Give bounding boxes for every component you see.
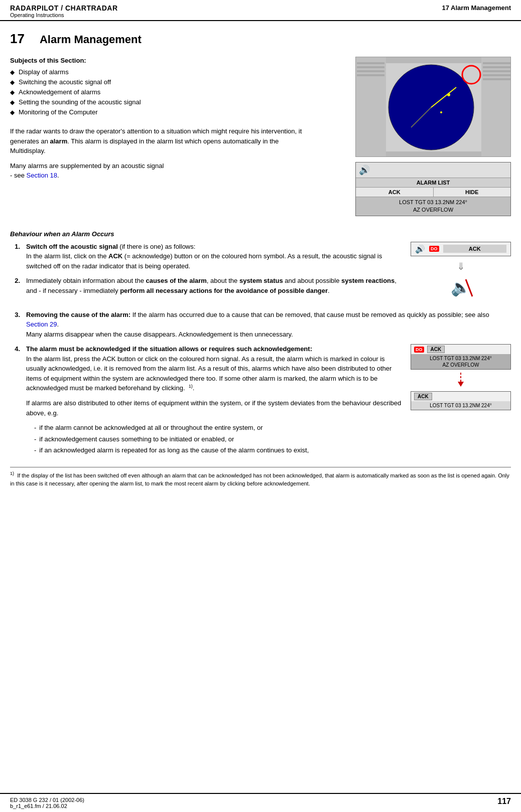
mute-speaker-icon: 🔈 <box>448 275 473 300</box>
section29-link[interactable]: Section 29 <box>26 320 57 328</box>
svg-point-8 <box>447 93 450 96</box>
item-number-1: 1. <box>10 242 20 271</box>
alarm-panels-right: DO ACK LOST TGT 03 13.2NM 224° AZ OVERFL… <box>411 344 511 456</box>
svg-rect-19 <box>483 74 510 76</box>
footnote-number: 1) <box>10 471 14 476</box>
svg-rect-14 <box>357 70 384 72</box>
header-left: RADARPILOT / CHARTRADAR Operating Instru… <box>10 4 118 18</box>
svg-rect-17 <box>483 66 510 68</box>
dash-text-3: if an acknowledged alarm is repeated for… <box>39 445 309 455</box>
intro-left: Subjects of this Section: ◆ Display of a… <box>10 57 345 222</box>
alarm-widget-buttons: ACK HIDE <box>356 188 510 197</box>
bullet-icon: ◆ <box>10 99 15 106</box>
footnote-content: If the display of the list has been swit… <box>10 472 509 486</box>
dash-item-1: - if the alarm cannot be acknowledged at… <box>34 423 403 433</box>
ack-btn-panel1[interactable]: ACK <box>427 346 445 353</box>
item-content-4: The alarm must be acknowledged if the si… <box>26 344 403 393</box>
speaker-do-icon: 🔊 <box>415 244 425 254</box>
bullet-icon: ◆ <box>10 89 15 96</box>
footnote-text: 1) If the display of the list has been s… <box>10 470 511 488</box>
svg-rect-16 <box>483 62 510 64</box>
footer-left: ED 3038 G 232 / 01 (2002-06) b_r1_e61.fm… <box>10 797 84 809</box>
svg-rect-12 <box>357 62 384 64</box>
intro-para-2: Many alarms are supplemented by an acous… <box>10 161 311 181</box>
panel2-row: ACK <box>411 392 510 401</box>
dash-list: - if the alarm cannot be acknowledged at… <box>34 423 403 455</box>
ack-side-widget: 🔊 DO ACK ⇓ 🔈 <box>411 242 511 304</box>
subjects-list: ◆ Display of alarms ◆ Switching the acou… <box>10 68 345 116</box>
panel2-line1: LOST TGT 03 13.2NM 224° <box>414 402 507 409</box>
svg-point-9 <box>440 111 442 113</box>
numbered-list-4: 4. The alarm must be acknowledged if the… <box>10 344 403 393</box>
subject-item-4: Setting the sounding of the acoustic sig… <box>19 98 141 106</box>
footnote-section: 1) If the display of the list has been s… <box>10 467 511 488</box>
list-item: ◆ Setting the sounding of the acoustic s… <box>10 98 345 106</box>
ack-button[interactable]: ACK <box>356 188 434 197</box>
footnote-ref-1: 1) <box>189 384 193 389</box>
list-item-3: 3. Removing the cause of the alarm: If t… <box>10 310 511 340</box>
svg-rect-15 <box>357 74 384 76</box>
item-4-section: 4. The alarm must be acknowledged if the… <box>10 344 511 456</box>
mute-icon-area: 🔈 <box>411 273 511 304</box>
alarm-entry-line2: AZ OVERFLOW <box>359 206 507 214</box>
bullet-icon: ◆ <box>10 109 15 116</box>
intro-right: 🔊 ALARM LIST ACK HIDE LOST TGT 03 13.2NM… <box>355 57 511 222</box>
subject-item-5: Monitoring of the Computer <box>19 108 98 116</box>
item-content-1: Switch off the acoustic signal (if there… <box>26 242 403 271</box>
panel1-line2: AZ OVERFLOW <box>414 362 507 368</box>
svg-text:🔈: 🔈 <box>451 278 471 297</box>
section18-link[interactable]: Section 18 <box>27 172 57 179</box>
svg-rect-18 <box>483 70 510 72</box>
hide-button[interactable]: HIDE <box>434 188 511 197</box>
footer-edition: ED 3038 G 232 / 01 (2002-06) <box>10 797 84 803</box>
panel1-row: DO ACK <box>411 345 510 354</box>
list-item: ◆ Switching the acoustic signal off <box>10 78 345 86</box>
chapter-number: 17 <box>10 31 25 47</box>
alarm-entry-line1: LOST TGT 03 13.2NM 224° <box>359 199 507 206</box>
list-item: ◆ Display of alarms <box>10 68 345 76</box>
ack-btn-panel2[interactable]: ACK <box>414 393 432 400</box>
footer-file: b_r1_e61.fm / 21.06.02 <box>10 803 84 809</box>
speaker-icon: 🔊 <box>359 165 370 176</box>
svg-rect-13 <box>357 66 384 68</box>
bullet-icon: ◆ <box>10 69 15 76</box>
numbered-list-3: 3. Removing the cause of the alarm: If t… <box>10 310 511 340</box>
do-badge-1: DO <box>429 246 439 252</box>
dashed-arrow-area <box>411 373 511 389</box>
intro-section: Subjects of this Section: ◆ Display of a… <box>10 57 511 222</box>
chapter-ref-header: 17 Alarm Management <box>442 4 511 12</box>
if-alarms-para: If alarms are also distributed to other … <box>26 398 403 418</box>
behaviour-items-1-2: 1. Switch off the acoustic signal (if th… <box>10 242 511 304</box>
page-header: RADARPILOT / CHARTRADAR Operating Instru… <box>0 0 521 21</box>
list-item: ◆ Acknowledgement of alarms <box>10 88 345 96</box>
chapter-heading: 17 Alarm Management <box>10 31 511 47</box>
dashed-arrow-svg <box>451 373 471 388</box>
bullet-icon: ◆ <box>10 79 15 86</box>
product-title: RADARPILOT / CHARTRADAR <box>10 4 118 12</box>
svg-rect-11 <box>386 151 481 157</box>
behaviour-section: Behaviour when an Alarm Occurs 1. Switch… <box>10 230 511 457</box>
dash-item-3: - if an acknowledged alarm is repeated f… <box>34 445 403 455</box>
numbered-list-1: 1. Switch off the acoustic signal (if th… <box>10 242 403 296</box>
product-subtitle: Operating Instructions <box>10 12 118 18</box>
intro-para-1: If the radar wants to draw the operator'… <box>10 126 311 156</box>
list-item: ◆ Monitoring of the Computer <box>10 108 345 116</box>
alarm-panel-1: DO ACK LOST TGT 03 13.2NM 224° AZ OVERFL… <box>411 344 511 370</box>
item-4-left: 4. The alarm must be acknowledged if the… <box>10 344 403 456</box>
list-item-2: 2. Immediately obtain information about … <box>10 276 403 295</box>
svg-rect-20 <box>483 78 510 80</box>
alarm-entry: LOST TGT 03 13.2NM 224° AZ OVERFLOW <box>356 197 510 216</box>
panel2-entry: LOST TGT 03 13.2NM 224° <box>411 401 510 410</box>
radar-image <box>355 57 511 157</box>
svg-marker-24 <box>458 382 464 387</box>
page-footer: ED 3038 G 232 / 01 (2002-06) b_r1_e61.fm… <box>0 793 521 812</box>
item-content-2: Immediately obtain information about the… <box>26 276 403 295</box>
main-content: 17 Alarm Management Subjects of this Sec… <box>0 21 521 493</box>
ack-widget-header: 🔊 DO ACK <box>411 242 510 256</box>
dash-text-2: if acknowledgement causes something to b… <box>39 434 234 444</box>
subjects-title: Subjects of this Section: <box>10 57 345 64</box>
subject-item-3: Acknowledgement of alarms <box>19 88 100 96</box>
list-item-1: 1. Switch off the acoustic signal (if th… <box>10 242 403 271</box>
behaviour-heading: Behaviour when an Alarm Occurs <box>10 230 511 238</box>
ack-widget-1: 🔊 DO ACK <box>411 242 511 256</box>
